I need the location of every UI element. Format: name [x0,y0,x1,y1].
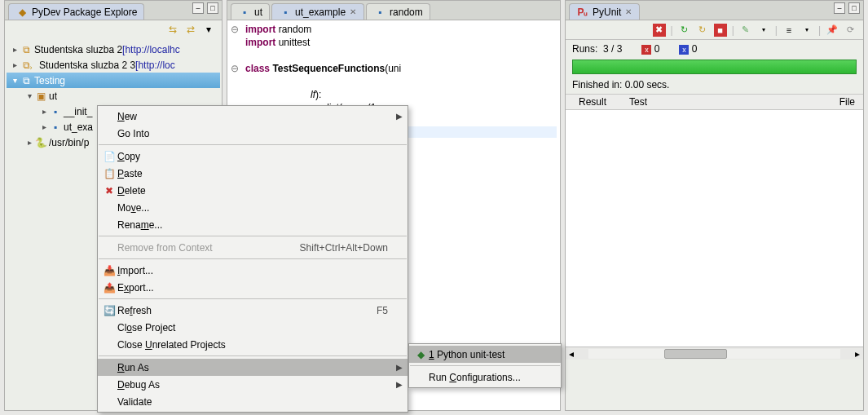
code-line[interactable]: import unittest [231,37,310,48]
link-editor-icon[interactable]: ⇄ [184,23,197,36]
pyunit-tab[interactable]: Pᵤ PyUnit ✕ [569,3,640,20]
twisty-icon[interactable]: ▸ [39,107,49,116]
close-tab-icon[interactable]: ✕ [349,8,357,16]
python-icon: 🐍 [34,136,47,149]
menu-item-paste[interactable]: 📋Paste [98,165,408,182]
rerun-tests-icon[interactable]: ↻ [678,24,691,37]
tree-label: Studentska sluzba 2 [34,44,122,55]
stop-icon[interactable]: ■ [714,24,727,37]
menu-separator [410,365,560,366]
explorer-tab-bar: ◆ PyDev Package Explore – □ [5,1,222,20]
col-result[interactable]: Result [579,96,606,108]
menu-item-close-project[interactable]: Close Project [98,319,408,336]
menu-item-rename[interactable]: Rename... [98,216,408,233]
menu-item-go-into[interactable]: Go Into [98,125,408,142]
editor-tab-label: ut_example [295,7,346,18]
menu-item-remove-from-context: Remove from ContextShift+Ctrl+Alt+Down [98,239,408,256]
menu-item-run-as[interactable]: Run As▶ [98,359,408,376]
menu-item-refresh[interactable]: 🔄RefreshF5 [98,302,408,319]
maximize-icon[interactable]: □ [207,2,218,14]
scrollbar-track[interactable] [588,349,840,359]
tree-row-package[interactable]: ▾ ▣ ut [7,88,220,104]
history-icon[interactable]: ≡ [782,24,795,37]
pytest-icon: ◆ [412,349,429,360]
editor-tab-bar: ▪ ut ▪ ut_example ✕ ▪ random [227,1,560,20]
project-icon: ⧉ [20,43,33,56]
twisty-icon[interactable]: ▸ [10,60,20,69]
menu-item-new[interactable]: New▶ [98,108,408,125]
tree-row-project[interactable]: ▸ ⧉ Studentska sluzba 2 [http://localhc [7,42,220,57]
menu-item-label: Run As [117,362,149,373]
editor-tab[interactable]: ▪ random [366,3,430,20]
menu-accelerator: F5 [377,305,388,316]
code-line[interactable]: ⊖class TestSequenceFunctions(uni [231,63,401,74]
tree-label: Studentska sluzba 2 3 [39,60,135,71]
error-badge-icon: x [641,45,651,55]
editor-tab-label: random [390,7,423,18]
python-file-icon: ▪ [373,6,386,19]
scroll-right-icon[interactable]: ▸ [852,348,863,360]
twisty-icon[interactable]: ▸ [10,45,20,54]
tree-row-project-selected[interactable]: ▾ ⧉ Testing [7,73,220,88]
pyunit-toolbar: ✖ | ↻ ↻ ■ | ✎ ▾ | ≡ ▾ | 📌 ⟳ [566,20,863,40]
menu-item-debug-as[interactable]: Debug As▶ [98,376,408,393]
tree-row-project[interactable]: ▸ ⧉ › Studentska sluzba 2 3 [http://loc [7,57,220,73]
tree-extra: [http://localhc [122,44,180,55]
separator: | [732,24,734,36]
menu-item-label: Import... [117,265,153,276]
python-file-icon: ▪ [49,121,62,134]
view-menu-icon[interactable]: ▾ [202,23,215,36]
context-menu[interactable]: New▶Go Into📄Copy📋Paste✖DeleteMove...Rena… [97,105,408,413]
tree-extra: [http://loc [135,60,175,71]
scrollbar-thumb[interactable] [664,349,727,359]
dropdown-icon[interactable]: ▾ [800,24,813,37]
package-icon: ▣ [34,90,47,103]
menu-separator [99,298,407,299]
run-as-submenu[interactable]: ◆1 Python unit-testRun Configurations... [408,343,562,388]
separator: | [671,24,673,36]
minimize-icon[interactable]: – [834,2,845,14]
pydev-icon: ◆ [15,6,29,19]
runs-value: 3 / 3 [603,43,622,55]
collapse-all-icon[interactable]: ⇆ [166,23,179,36]
menu-separator [99,258,407,259]
menu-item-delete[interactable]: ✖Delete [98,182,408,199]
code-line[interactable] [231,76,245,87]
submenu-item-1-python-unit-test[interactable]: ◆1 Python unit-test [409,346,561,363]
rerun-failures-icon[interactable]: ↻ [696,24,709,37]
col-file[interactable]: File [839,96,855,108]
menu-item-close-unrelated-projects[interactable]: Close Unrelated Projects [98,336,408,353]
minimize-icon[interactable]: – [192,2,204,14]
col-test[interactable]: Test [629,96,647,108]
scroll-left-icon[interactable]: ◂ [566,348,577,360]
editor-tab-active[interactable]: ▪ ut_example ✕ [271,3,364,20]
twisty-icon[interactable]: ▸ [39,122,49,131]
editor-tab[interactable]: ▪ ut [231,3,270,20]
submenu-arrow-icon: ▶ [396,380,403,389]
project-open-icon: ⧉ [20,74,33,87]
maximize-icon[interactable]: □ [848,2,860,14]
code-line[interactable]: ⊖import random [231,24,311,35]
code-line[interactable] [231,50,245,61]
submenu-item-run-configurations[interactable]: Run Configurations... [409,369,561,386]
close-tab-icon[interactable]: ✕ [624,8,632,16]
menu-item-copy[interactable]: 📄Copy [98,148,408,165]
menu-item-label: 1 Python unit-test [429,349,504,360]
code-line[interactable]: lf): [231,89,321,100]
twisty-icon[interactable]: ▸ [24,138,34,147]
pin-test-icon[interactable]: ✎ [739,24,752,37]
menu-item-move[interactable]: Move... [98,199,408,216]
twisty-icon[interactable]: ▾ [10,76,20,85]
twisty-icon[interactable]: ▾ [24,91,34,100]
stop-test-icon[interactable]: ✖ [653,24,666,37]
pin-icon[interactable]: 📌 [826,24,839,37]
menu-item-export[interactable]: 📤Export... [98,279,408,296]
explorer-toolbar: ⇆ ⇄ ▾ [5,20,222,38]
menu-item-import[interactable]: 📥Import... [98,262,408,279]
explorer-tab[interactable]: ◆ PyDev Package Explore [8,3,144,20]
horizontal-scrollbar[interactable]: ◂ ▸ [566,347,863,360]
menu-item-label: Go Into [117,128,149,139]
dropdown-icon[interactable]: ▾ [757,24,770,37]
menu-item-validate[interactable]: Validate [98,393,408,410]
restore-icon[interactable]: ⟳ [844,24,857,37]
